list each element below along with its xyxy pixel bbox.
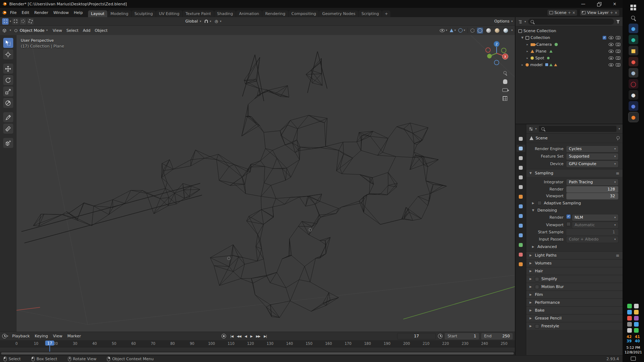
transform-orientation-dropdown[interactable]: Global ▾	[185, 19, 201, 24]
select-mode-tweak-button[interactable]	[12, 18, 19, 25]
denoise-render-checkbox[interactable]: ✓	[566, 214, 571, 219]
workspace-tab[interactable]: Compositing	[289, 10, 319, 17]
maximize-button[interactable]	[591, 0, 607, 8]
properties-search-input[interactable]	[539, 126, 616, 132]
tray-icon[interactable]	[627, 310, 632, 314]
hide-eye-icon[interactable]	[609, 63, 614, 66]
transport-button[interactable]: ▶▶	[254, 334, 262, 339]
select-mode-lasso-button[interactable]	[27, 18, 34, 25]
viewport-menu-item[interactable]: Add	[80, 28, 92, 33]
caret-down-icon[interactable]: ▾	[10, 29, 11, 32]
properties-section-header[interactable]: ▶ Grease Pencil ≡	[526, 314, 623, 322]
viewport-3d[interactable]: User Perspective (17) Collection | Plane…	[0, 35, 515, 332]
add-workspace-button[interactable]: +	[382, 10, 390, 17]
disclosure-icon[interactable]: ▼	[521, 36, 524, 39]
workspace-tab[interactable]: Sculpting	[132, 10, 156, 17]
options-dropdown[interactable]: Options ▾	[494, 19, 513, 24]
outliner-row-collection[interactable]: ▼ Collection ✓	[516, 34, 623, 41]
outliner-row-camera[interactable]: ▸ Camera	[516, 41, 623, 48]
denoising-header[interactable]: ▼ Denoising	[526, 207, 623, 214]
app-dark[interactable]: ●	[629, 90, 638, 100]
render-visibility-icon[interactable]	[616, 63, 620, 66]
adaptive-sampling-header[interactable]: ▶ Adaptive Sampling	[526, 199, 623, 207]
outliner-row-plane[interactable]: ▸ Plane	[516, 48, 623, 55]
hide-eye-icon[interactable]	[609, 56, 614, 60]
close-button[interactable]: ×	[607, 0, 623, 8]
tray-icon[interactable]	[634, 328, 639, 333]
tool-dropdown-icon[interactable]: ▾	[10, 20, 11, 23]
view-layer-tab[interactable]	[517, 164, 525, 171]
output-tab[interactable]	[517, 154, 525, 162]
workspace-tab[interactable]: Texture Paint	[183, 10, 214, 17]
section-checkbox[interactable]	[535, 277, 539, 281]
zoom-icon[interactable]	[503, 71, 507, 75]
render-visibility-icon[interactable]	[616, 43, 620, 46]
use-preview-range-icon[interactable]	[438, 334, 443, 338]
minimize-button[interactable]: —	[575, 0, 591, 8]
tray-icon[interactable]	[627, 328, 632, 333]
taskbar-clock[interactable]: 5:12 PM 12/8/2021	[625, 345, 642, 354]
transport-button[interactable]: ◀	[243, 334, 248, 339]
remove-view-layer-icon[interactable]: ×	[615, 11, 618, 15]
texture-tab[interactable]	[517, 261, 525, 268]
render-engine-dropdown[interactable]: Cycles▾	[566, 146, 618, 152]
tool-transform[interactable]	[3, 98, 13, 108]
tool-scale[interactable]	[3, 86, 13, 96]
new-view-layer-icon[interactable]: +	[610, 11, 613, 15]
transport-button[interactable]: ▶|	[262, 334, 268, 339]
auto-keying-toggle[interactable]	[221, 334, 226, 338]
new-scene-icon[interactable]: +	[568, 11, 571, 15]
particles-tab[interactable]	[517, 212, 525, 219]
tool-tab[interactable]	[517, 135, 525, 142]
outliner-row-scene-collection[interactable]: Scene Collection	[516, 28, 623, 34]
modifiers-tab[interactable]	[517, 203, 525, 210]
menu-item[interactable]: Window	[51, 8, 71, 17]
properties-editor-icon[interactable]	[529, 127, 533, 131]
section-checkbox[interactable]	[535, 324, 539, 328]
timeline-strip[interactable]: 0102030405060708090100110120130140150160…	[0, 340, 515, 352]
render-tab[interactable]	[517, 145, 525, 152]
tray-icon[interactable]	[634, 322, 639, 327]
workspace-tab[interactable]: Layout	[88, 10, 107, 17]
physics-tab[interactable]	[517, 222, 525, 229]
tool-move[interactable]	[3, 64, 13, 74]
denoise-viewport-checkbox[interactable]	[566, 222, 571, 226]
workspace-tab[interactable]: Rendering	[262, 10, 288, 17]
orthographic-grid-icon[interactable]	[503, 96, 507, 101]
timeline-track-area[interactable]	[0, 347, 515, 352]
timeline-editor-icon[interactable]	[2, 334, 7, 338]
camera-view-icon[interactable]	[502, 88, 508, 92]
constraints-tab[interactable]	[517, 232, 525, 239]
tool-cursor[interactable]	[3, 49, 13, 59]
disclosure-icon[interactable]: ▸	[526, 50, 529, 53]
viewport-menu-item[interactable]: Object	[93, 28, 110, 33]
material-tab[interactable]	[517, 251, 525, 258]
transport-button[interactable]: ◀◀	[235, 334, 243, 339]
editor-type-icon[interactable]	[2, 28, 7, 33]
menu-item[interactable]: File	[8, 8, 19, 17]
menu-item[interactable]: Render	[32, 8, 51, 17]
tool-add-cube[interactable]	[3, 138, 13, 148]
active-tool-icon[interactable]	[2, 18, 9, 25]
shading-dropdown-icon[interactable]: ▾	[511, 29, 513, 32]
section-checkbox[interactable]	[535, 285, 539, 289]
object-tab[interactable]	[517, 193, 525, 200]
object-visibility-dropdown[interactable]: ▾	[440, 29, 447, 32]
timeline-menu-item[interactable]: View	[50, 334, 65, 338]
proportional-editing-dropdown[interactable]: ◎▾	[215, 19, 221, 23]
disclosure-icon[interactable]: ▸	[521, 63, 524, 66]
tray-icon[interactable]	[627, 322, 632, 327]
render-samples-field[interactable]: 128	[566, 186, 618, 193]
viewport-samples-field[interactable]: 32	[566, 193, 618, 199]
filter-icon[interactable]	[616, 20, 620, 24]
menu-item[interactable]: Edit	[19, 8, 31, 17]
caret-down-icon[interactable]: ▾	[7, 335, 8, 338]
snap-toggle[interactable]: ▾	[205, 20, 211, 23]
timeline-menu-item[interactable]: Marker	[65, 334, 83, 338]
tray-icon[interactable]	[627, 316, 632, 321]
overlays-dropdown[interactable]: ▾	[458, 28, 465, 33]
blender-app[interactable]: ●	[629, 112, 638, 122]
properties-section-header[interactable]: ▶ Film ≡	[526, 291, 623, 298]
select-mode-circle-button[interactable]	[20, 18, 26, 25]
taskbar-search-button[interactable]	[623, 13, 644, 23]
